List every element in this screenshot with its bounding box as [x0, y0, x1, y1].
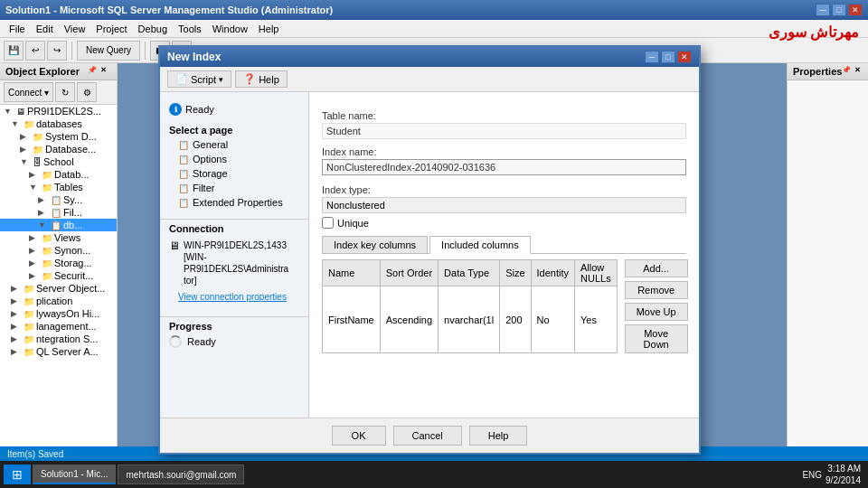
- tree-label: Tables: [54, 182, 83, 192]
- table-area: Name Sort Order Data Type Size Identity …: [322, 259, 686, 353]
- tree-item-sy[interactable]: ▶ 📋 Sy...: [0, 193, 117, 206]
- oe-close[interactable]: ✕: [100, 66, 111, 77]
- menu-view[interactable]: View: [59, 22, 91, 36]
- minimize-button[interactable]: ─: [816, 4, 830, 16]
- add-button[interactable]: Add...: [625, 259, 688, 277]
- index-columns-table: Name Sort Order Data Type Size Identity …: [322, 259, 618, 353]
- tree-item-tables[interactable]: ▼ 📁 Tables: [0, 181, 117, 193]
- folder-icon: 📁: [24, 296, 34, 306]
- close-button[interactable]: ✕: [848, 4, 863, 16]
- cell-nulls: Yes: [575, 286, 618, 353]
- nav-general-icon: 📋: [178, 140, 189, 150]
- oe-refresh[interactable]: ↻: [55, 82, 75, 102]
- oe-toolbar: Connect ▾ ↻ ⚙: [0, 80, 117, 105]
- move-up-button[interactable]: Move Up: [625, 303, 688, 321]
- tree-item-security[interactable]: ▶ 📁 Securit...: [0, 269, 117, 282]
- tree-item-serverobj[interactable]: ▶ 📁 Server Object...: [0, 282, 117, 295]
- cancel-button[interactable]: Cancel: [393, 426, 462, 446]
- taskbar-email[interactable]: mehrtash.souri@gmail.com: [118, 465, 244, 484]
- tree-label: Views: [54, 232, 80, 243]
- move-down-button[interactable]: Move Down: [625, 324, 688, 353]
- menu-tools[interactable]: Tools: [173, 22, 207, 36]
- folder-icon: 📁: [24, 284, 34, 294]
- start-button[interactable]: ⊞: [4, 465, 31, 484]
- props-pin[interactable]: 📌: [842, 66, 853, 77]
- script-dropdown-icon: ▾: [219, 75, 223, 84]
- oe-pin[interactable]: 📌: [88, 66, 99, 77]
- tree-label: ntegration S...: [36, 333, 99, 344]
- tree-item-storag[interactable]: ▶ 📁 Storag...: [0, 257, 117, 269]
- toolbar-btn-1[interactable]: 💾: [4, 41, 24, 61]
- expand-icon: ▶: [11, 334, 22, 343]
- nav-options[interactable]: 📋 Options: [160, 152, 308, 166]
- tree-item-databases[interactable]: ▼ 📁 databases: [0, 117, 117, 130]
- dialog-toolbar: 📄 Script ▾ ❓ Help: [160, 67, 699, 92]
- menu-help[interactable]: Help: [253, 22, 285, 36]
- tree-label: Synon...: [54, 245, 90, 256]
- nav-filter-icon: 📋: [178, 183, 189, 193]
- folder-icon: 📁: [42, 183, 52, 192]
- tree-item-db[interactable]: ▼ 📋 db...: [0, 219, 117, 231]
- tree-item-replication[interactable]: ▶ 📁 plication: [0, 295, 117, 307]
- object-explorer: Object Explorer 📌 ✕ Connect ▾ ↻ ⚙ ▼ 🖥 PR…: [0, 63, 118, 468]
- menu-project[interactable]: Project: [90, 22, 132, 36]
- tree-item-integration[interactable]: ▶ 📁 ntegration S...: [0, 333, 117, 345]
- menu-file[interactable]: File: [4, 22, 31, 36]
- server-conn-icon: 🖥: [169, 239, 180, 252]
- ok-button[interactable]: OK: [332, 426, 386, 446]
- nav-general[interactable]: 📋 General: [160, 137, 308, 152]
- tree-item-views[interactable]: ▶ 📁 Views: [0, 231, 117, 244]
- tree-item-server[interactable]: ▼ 🖥 PR9I1DEKL2S...: [0, 105, 117, 117]
- toolbar-btn-3[interactable]: ↪: [47, 41, 67, 61]
- tree-item-alwayson[interactable]: ▶ 📁 lywaysOn Hi...: [0, 307, 117, 320]
- maximize-button[interactable]: □: [832, 4, 846, 16]
- folder-icon: 📁: [42, 258, 52, 268]
- tree-item-synon[interactable]: ▶ 📁 Synon...: [0, 244, 117, 257]
- view-connection-props-link[interactable]: View connection properties: [169, 288, 299, 305]
- tab-index-key-columns[interactable]: Index key columns: [322, 236, 428, 253]
- nav-extended-props[interactable]: 📋 Extended Properties: [160, 195, 308, 210]
- footer-help-button[interactable]: Help: [469, 426, 528, 446]
- dialog-maximize[interactable]: □: [661, 51, 675, 63]
- taskbar: ⊞ Solution1 - Mic... mehrtash.souri@gmai…: [0, 461, 868, 488]
- oe-filter[interactable]: ⚙: [77, 82, 97, 102]
- nav-storage[interactable]: 📋 Storage: [160, 166, 308, 181]
- dialog-minimize[interactable]: ─: [645, 51, 659, 63]
- unique-checkbox-row: Unique: [322, 217, 686, 229]
- help-button[interactable]: ❓ Help: [235, 70, 288, 88]
- new-query-btn[interactable]: New Query: [77, 41, 140, 61]
- progress-section: Progress Ready: [160, 316, 308, 352]
- col-header-sort: Sort Order: [380, 260, 438, 286]
- props-title: Properties: [793, 66, 842, 77]
- table-row[interactable]: FirstName Ascending nvarchar(1l 200 No Y…: [323, 286, 618, 353]
- index-name-input[interactable]: [322, 159, 686, 175]
- connection-server: 🖥 WIN-PR9I1DEKL2S,1433 [WIN-PR9I1DEKL2S\…: [169, 238, 299, 288]
- nav-storage-icon: 📋: [178, 169, 189, 179]
- tree-item-fil[interactable]: ▶ 📋 Fil...: [0, 206, 117, 219]
- oe-title: Object Explorer: [5, 66, 80, 77]
- tree-label: Storag...: [54, 258, 92, 268]
- tree-item-datab[interactable]: ▶ 📁 Datab...: [0, 168, 117, 181]
- tree-item-dbdiagrams[interactable]: ▶ 📁 Database...: [0, 143, 117, 155]
- toolbar-btn-2[interactable]: ↩: [25, 41, 45, 61]
- expand-icon: ▼: [29, 183, 40, 192]
- tree-item-sqlserver[interactable]: ▶ 📁 QL Server A...: [0, 345, 117, 358]
- props-close[interactable]: ✕: [854, 66, 865, 77]
- menu-window[interactable]: Window: [207, 22, 253, 36]
- nav-filter[interactable]: 📋 Filter: [160, 181, 308, 195]
- tree-item-systemdb[interactable]: ▶ 📁 System D...: [0, 130, 117, 143]
- tree-label: Fil...: [63, 207, 82, 218]
- tree-item-management[interactable]: ▶ 📁 lanagement...: [0, 320, 117, 333]
- tab-included-columns[interactable]: Included columns: [429, 236, 531, 254]
- tree-label: Securit...: [54, 270, 93, 281]
- dialog-close[interactable]: ✕: [677, 51, 692, 63]
- remove-button[interactable]: Remove: [625, 281, 688, 299]
- unique-checkbox[interactable]: [322, 217, 334, 229]
- script-button[interactable]: 📄 Script ▾: [167, 70, 231, 88]
- oe-connect[interactable]: Connect ▾: [4, 82, 53, 102]
- tree-item-school[interactable]: ▼ 🗄 School: [0, 155, 117, 168]
- script-icon: 📄: [175, 73, 188, 85]
- menu-edit[interactable]: Edit: [31, 22, 59, 36]
- taskbar-ssms[interactable]: Solution1 - Mic...: [33, 465, 116, 484]
- menu-debug[interactable]: Debug: [133, 22, 173, 36]
